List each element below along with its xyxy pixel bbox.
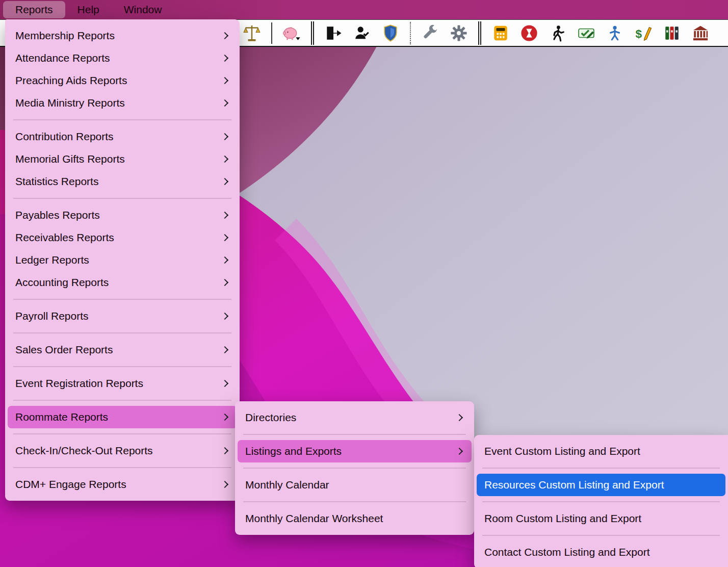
menu-item-statistics-reports[interactable]: Statistics Reports xyxy=(8,170,237,193)
shield-icon[interactable] xyxy=(381,23,400,43)
person-arms-icon[interactable] xyxy=(606,23,624,43)
menu-separator xyxy=(482,468,720,469)
menubar-item-window[interactable]: Window xyxy=(112,0,174,19)
listings-and-exports-submenu: Event Custom Listing and Export Resource… xyxy=(474,435,728,567)
menu-item-ledger-reports[interactable]: Ledger Reports xyxy=(8,249,237,271)
menu-separator xyxy=(13,299,231,300)
menubar-item-help[interactable]: Help xyxy=(65,0,112,19)
menubar: Reports Help Window xyxy=(0,0,728,19)
menu-item-label: Statistics Reports xyxy=(15,175,98,188)
menu-item-contribution-reports[interactable]: Contribution Reports xyxy=(8,125,237,148)
submenu-chevron-icon xyxy=(221,481,228,488)
hourglass-icon[interactable] xyxy=(520,23,538,43)
menubar-item-label: Window xyxy=(124,4,162,16)
svg-text:$: $ xyxy=(635,27,642,40)
menubar-item-reports[interactable]: Reports xyxy=(3,1,65,18)
menu-item-receivables-reports[interactable]: Receivables Reports xyxy=(8,226,237,249)
menu-item-label: Payroll Reports xyxy=(15,310,89,322)
menu-separator xyxy=(243,468,466,469)
menu-item-payroll-reports[interactable]: Payroll Reports xyxy=(8,305,237,327)
menu-item-contact-custom-listing-and-export[interactable]: Contact Custom Listing and Export xyxy=(477,541,725,563)
submenu-chevron-icon xyxy=(221,212,228,219)
submenu-chevron-icon xyxy=(221,32,228,39)
menu-item-label: Monthly Calendar xyxy=(245,479,329,491)
submenu-chevron-icon xyxy=(221,346,228,353)
menu-item-payables-reports[interactable]: Payables Reports xyxy=(8,204,237,226)
gear-icon[interactable] xyxy=(450,23,468,43)
menu-separator xyxy=(482,501,720,502)
menu-item-label: Resources Custom Listing and Export xyxy=(484,479,664,491)
submenu-chevron-icon xyxy=(221,77,228,84)
reports-menu: Membership Reports Attendance Reports Pr… xyxy=(5,19,240,501)
submenu-chevron-icon xyxy=(456,414,463,421)
dollar-pencil-icon[interactable]: $ xyxy=(634,23,653,43)
bank-icon[interactable] xyxy=(691,23,710,43)
submenu-chevron-icon xyxy=(456,448,463,455)
menu-item-check-in-check-out-reports[interactable]: Check-In/Check-Out Reports xyxy=(8,440,237,462)
toolbar-divider xyxy=(271,22,272,44)
menu-item-resources-custom-listing-and-export[interactable]: Resources Custom Listing and Export xyxy=(477,474,725,496)
roommate-reports-submenu: Directories Listings and Exports Monthly… xyxy=(235,401,474,535)
menu-separator xyxy=(13,467,231,468)
menu-item-attendance-reports[interactable]: Attendance Reports xyxy=(8,47,237,69)
menu-item-label: Receivables Reports xyxy=(15,231,114,244)
toolbar-divider-double xyxy=(311,21,314,45)
scale-icon[interactable] xyxy=(243,23,261,43)
person-check-icon[interactable] xyxy=(353,23,371,43)
menu-item-media-ministry-reports[interactable]: Media Ministry Reports xyxy=(8,92,237,114)
menu-item-accounting-reports[interactable]: Accounting Reports xyxy=(8,271,237,294)
toolbar-divider-dotted xyxy=(410,22,411,44)
menu-item-label: Media Ministry Reports xyxy=(15,97,125,109)
submenu-chevron-icon xyxy=(221,55,228,62)
menu-item-label: Room Custom Listing and Export xyxy=(484,512,641,525)
menu-item-label: Preaching Aids Reports xyxy=(15,74,127,87)
menu-item-event-registration-reports[interactable]: Event Registration Reports xyxy=(8,372,237,395)
submenu-chevron-icon xyxy=(221,313,228,320)
menu-separator xyxy=(243,434,466,435)
menu-item-label: Monthly Calendar Worksheet xyxy=(245,512,383,525)
submenu-chevron-icon xyxy=(221,279,228,286)
menu-item-label: Check-In/Check-Out Reports xyxy=(15,445,153,457)
toolbar-divider-double xyxy=(478,21,481,45)
menu-item-label: Event Registration Reports xyxy=(15,377,143,390)
menu-item-label: Directories xyxy=(245,411,296,424)
signature-check-icon[interactable] xyxy=(577,23,595,43)
menu-item-label: Attendance Reports xyxy=(15,52,110,64)
wrench-icon[interactable] xyxy=(421,23,439,43)
exit-door-icon[interactable] xyxy=(324,23,343,43)
menu-item-label: Contact Custom Listing and Export xyxy=(484,546,650,558)
menu-item-directories[interactable]: Directories xyxy=(238,406,472,429)
walking-person-icon[interactable] xyxy=(549,23,567,43)
submenu-chevron-icon xyxy=(221,380,228,387)
menu-item-label: Sales Order Reports xyxy=(15,344,113,356)
menu-item-preaching-aids-reports[interactable]: Preaching Aids Reports xyxy=(8,69,237,92)
menu-item-label: Event Custom Listing and Export xyxy=(484,445,640,457)
menu-item-label: Roommate Reports xyxy=(15,411,108,423)
submenu-chevron-icon xyxy=(221,178,228,185)
menu-separator xyxy=(13,366,231,367)
menu-item-label: Listings and Exports xyxy=(245,445,342,457)
menu-item-sales-order-reports[interactable]: Sales Order Reports xyxy=(8,339,237,361)
menu-separator xyxy=(13,400,231,401)
menu-separator xyxy=(482,535,720,536)
binders-icon[interactable] xyxy=(663,23,681,43)
menu-item-label: Accounting Reports xyxy=(15,276,109,289)
menu-item-label: CDM+ Engage Reports xyxy=(15,478,126,491)
menu-item-room-custom-listing-and-export[interactable]: Room Custom Listing and Export xyxy=(477,507,725,530)
menu-item-memorial-gifts-reports[interactable]: Memorial Gifts Reports xyxy=(8,148,237,170)
menu-item-membership-reports[interactable]: Membership Reports xyxy=(8,24,237,47)
menu-item-event-custom-listing-and-export[interactable]: Event Custom Listing and Export xyxy=(477,440,725,462)
submenu-chevron-icon xyxy=(221,99,228,107)
menu-item-cdm-engage-reports[interactable]: CDM+ Engage Reports xyxy=(8,473,237,496)
menu-item-monthly-calendar-worksheet[interactable]: Monthly Calendar Worksheet xyxy=(238,507,472,530)
menu-item-label: Membership Reports xyxy=(15,30,115,42)
menu-item-monthly-calendar[interactable]: Monthly Calendar xyxy=(238,474,472,496)
submenu-chevron-icon xyxy=(221,256,228,264)
menu-item-label: Payables Reports xyxy=(15,209,100,221)
piggy-bank-icon[interactable] xyxy=(282,23,301,43)
menu-item-roommate-reports[interactable]: Roommate Reports xyxy=(8,406,237,428)
menubar-item-label: Help xyxy=(77,4,99,16)
calculator-icon[interactable] xyxy=(491,23,510,43)
menu-separator xyxy=(13,332,231,333)
menu-item-listings-and-exports[interactable]: Listings and Exports xyxy=(238,440,472,462)
